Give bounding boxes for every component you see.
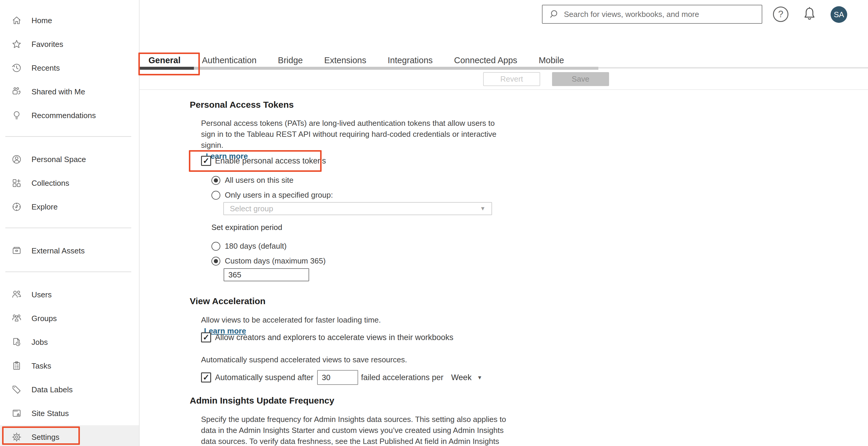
sidebar-item-label: Home [31,16,52,25]
selected-tab-underline [140,67,194,70]
allow-acceleration-label: Allow creators and explorers to accelera… [215,333,454,342]
sidebar-item-explore[interactable]: Explore [0,195,139,219]
sidebar-item-groups[interactable]: Groups [0,307,139,330]
sidebar-item-jobs[interactable]: Jobs [0,330,139,354]
tab-extensions[interactable]: Extensions [324,56,367,65]
allow-acceleration-checkbox[interactable]: ✓ [201,332,211,342]
help-glyph: ? [778,9,783,20]
select-group-dropdown[interactable]: Select group ▼ [223,202,492,215]
star-icon [11,39,22,49]
sidebar-item-home[interactable]: Home [0,9,139,32]
period-dropdown[interactable]: Week ▾ [451,373,481,382]
auto-suspend-row: ✓ Automatically suspend after failed acc… [201,370,481,385]
enable-pat-checkbox[interactable]: ✓ [201,156,211,166]
admin-insights-desc: Specify the update frequency for Admin I… [201,414,506,446]
tab-general[interactable]: General [149,56,181,65]
person-circle-icon [11,154,22,165]
enable-pat-label: Enable personal access tokens [215,157,326,166]
collections-grid-icon [11,178,22,188]
notifications-bell-icon[interactable] [802,6,817,22]
document-clock-icon [11,337,22,347]
sidebar-item-label: Users [31,290,52,300]
sidebar-item-label: Data Labels [31,385,73,394]
sidebar-item-external-assets[interactable]: External Assets [0,239,139,263]
sidebar-item-favorites[interactable]: Favorites [0,32,139,56]
allow-acceleration-row: ✓ Allow creators and explorers to accele… [201,332,454,342]
sidebar-item-label: Settings [31,433,59,442]
sidebar-item-recents[interactable]: Recents [0,56,139,80]
shared-people-icon [11,87,22,97]
sidebar-divider [5,228,131,228]
help-icon[interactable]: ? [773,6,788,22]
users-icon [11,289,22,300]
va-desc-text: Allow views to be accelerated for faster… [201,314,381,325]
view-acceleration-title: View Acceleration [190,296,266,306]
tab-bridge[interactable]: Bridge [278,56,303,65]
tab-connected-apps[interactable]: Connected Apps [454,56,517,65]
save-button[interactable]: Save [552,72,609,86]
enable-pat-row: ✓ Enable personal access tokens [201,156,326,166]
sidebar-item-recommendations[interactable]: Recommendations [0,104,139,127]
history-clock-icon [11,63,22,73]
pat-section-title: Personal Access Tokens [190,100,294,110]
check-icon: ✓ [203,156,210,166]
sidebar-item-label: Collections [31,179,69,188]
auto-suspend-checkbox[interactable]: ✓ [201,372,211,382]
sidebar-item-label: Recommendations [31,111,96,120]
pat-desc-line: Personal access tokens (PATs) are long-l… [201,118,497,129]
sidebar-divider [5,272,131,272]
gear-icon [11,432,22,442]
days-180-label: 180 days (default) [225,242,286,251]
sidebar-item-collections[interactable]: Collections [0,171,139,195]
sidebar-item-shared-with-me[interactable]: Shared with Me [0,80,139,104]
sidebar-item-label: External Assets [31,246,85,255]
sidebar-item-users[interactable]: Users [0,283,139,307]
search-input[interactable] [564,10,748,19]
tab-mobile[interactable]: Mobile [539,56,564,65]
clipboard-list-icon [11,361,22,371]
tab-integrations[interactable]: Integrations [388,56,433,65]
specified-group-radio-row: Only users in a specified group: [211,191,333,200]
ai-desc-line: data sources. To verify data freshness, … [201,436,506,446]
search-box [542,5,762,24]
sidebar-item-site-status[interactable]: Site Status [0,402,139,425]
pat-description: Personal access tokens (PATs) are long-l… [201,118,497,162]
tableau-site-settings-page: Home Favorites Recents Shared with Me Re… [0,0,868,446]
sidebar-item-settings[interactable]: Settings [0,425,139,446]
admin-insights-title: Admin Insights Update Frequency [190,396,334,406]
pat-desc-line: sign in to the Tableau REST API without … [201,129,497,140]
home-icon [11,15,22,26]
ai-desc-line: Specify the update frequency for Admin I… [201,414,506,425]
settings-tab-bar: General Authentication Bridge Extensions… [149,56,564,65]
days-180-radio-row: 180 days (default) [211,242,286,251]
all-users-radio-row: All users on this site [211,176,293,185]
compass-icon [11,202,22,212]
sidebar-item-label: Explore [31,202,58,212]
sidebar-item-label: Groups [31,314,57,323]
all-users-radio[interactable] [211,176,220,185]
failed-accelerations-input[interactable] [317,370,358,385]
specified-group-label: Only users in a specified group: [225,191,333,200]
revert-button[interactable]: Revert [483,72,540,86]
sidebar-item-personal-space[interactable]: Personal Space [0,147,139,171]
check-icon: ✓ [203,373,210,382]
content-divider [140,89,868,90]
tab-authentication[interactable]: Authentication [202,56,256,65]
sidebar-item-label: Jobs [31,338,48,347]
custom-days-radio[interactable] [211,257,220,266]
groups-icon [11,313,22,324]
sidebar-divider [5,136,131,137]
chevron-down-icon: ▾ [478,374,482,381]
sidebar-item-label: Personal Space [31,155,86,164]
sidebar-item-label: Tasks [31,362,51,371]
sidebar: Home Favorites Recents Shared with Me Re… [0,0,140,446]
days-180-radio[interactable] [211,242,220,251]
sidebar-item-tasks[interactable]: Tasks [0,354,139,378]
chevron-down-icon: ▼ [480,205,486,212]
custom-days-input[interactable] [224,268,309,281]
auto-suspend-before-label: Automatically suspend after [215,373,314,382]
sidebar-item-data-labels[interactable]: Data Labels [0,378,139,402]
specified-group-radio[interactable] [211,191,220,200]
avatar[interactable]: SA [831,6,847,23]
sidebar-item-label: Favorites [31,40,63,49]
